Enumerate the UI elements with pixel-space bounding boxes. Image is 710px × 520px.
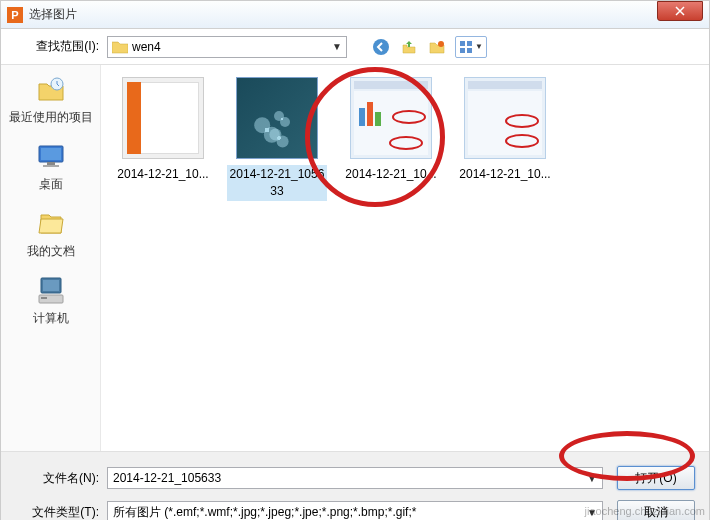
desktop-icon — [33, 140, 69, 172]
sidebar-label: 计算机 — [33, 310, 69, 327]
file-label: 2014-12-21_10... — [343, 165, 438, 184]
svg-rect-14 — [41, 297, 47, 299]
svg-point-1 — [438, 41, 444, 47]
filename-input[interactable]: 2014-12-21_105633 ▼ — [107, 467, 603, 489]
sidebar-label: 最近使用的项目 — [9, 109, 93, 126]
svg-rect-5 — [467, 48, 472, 53]
file-label: 2014-12-21_105633 — [227, 165, 327, 201]
computer-icon — [33, 274, 69, 306]
recent-icon — [33, 73, 69, 105]
filetype-dropdown[interactable]: 所有图片 (*.emf;*.wmf;*.jpg;*.jpeg;*.jpe;*.p… — [107, 501, 603, 520]
filename-value: 2014-12-21_105633 — [113, 471, 221, 485]
sidebar-label: 桌面 — [39, 176, 63, 193]
sidebar-item-recent[interactable]: 最近使用的项目 — [9, 73, 93, 126]
svg-rect-9 — [47, 162, 55, 165]
folder-icon — [112, 40, 128, 54]
thumbnail — [350, 77, 432, 159]
titlebar: P 选择图片 — [1, 1, 709, 29]
sidebar-item-desktop[interactable]: 桌面 — [33, 140, 69, 193]
svg-rect-4 — [460, 48, 465, 53]
folder-dropdown[interactable]: wen4 ▼ — [107, 36, 347, 58]
lookIn-row: 查找范围(I): wen4 ▼ ▼ — [1, 29, 709, 65]
open-button[interactable]: 打开(O) — [617, 466, 695, 490]
thumbnail — [236, 77, 318, 159]
sidebar-label: 我的文档 — [27, 243, 75, 260]
svg-rect-3 — [467, 41, 472, 46]
svg-rect-8 — [41, 148, 61, 160]
file-label: 2014-12-21_10... — [115, 165, 210, 184]
places-sidebar: 最近使用的项目 桌面 我的文档 计算机 — [1, 65, 101, 451]
lookIn-label: 查找范围(I): — [19, 38, 107, 55]
sidebar-item-computer[interactable]: 计算机 — [33, 274, 69, 327]
view-mode-dropdown[interactable]: ▼ — [455, 36, 487, 58]
folder-name: wen4 — [132, 40, 332, 54]
filename-label: 文件名(N): — [19, 470, 107, 487]
back-button[interactable] — [371, 37, 391, 57]
file-item-selected[interactable]: 2014-12-21_105633 — [227, 77, 327, 201]
filetype-label: 文件类型(T): — [19, 504, 107, 521]
grid-view-icon — [459, 40, 473, 54]
caret-down-icon: ▼ — [475, 42, 483, 51]
file-item[interactable]: 2014-12-21_10... — [341, 77, 441, 184]
close-icon — [675, 6, 685, 16]
documents-icon — [33, 207, 69, 239]
file-item[interactable]: 2014-12-21_10... — [113, 77, 213, 184]
main-area: 最近使用的项目 桌面 我的文档 计算机 — [1, 65, 709, 451]
filename-row: 文件名(N): 2014-12-21_105633 ▼ 打开(O) — [19, 466, 695, 490]
close-button[interactable] — [657, 1, 703, 21]
dropdown-caret-icon[interactable]: ▼ — [587, 473, 597, 484]
file-label: 2014-12-21_10... — [457, 165, 552, 184]
thumbnail — [122, 77, 204, 159]
dialog-window: P 选择图片 查找范围(I): wen4 ▼ — [0, 0, 710, 520]
svg-point-0 — [373, 39, 389, 55]
svg-rect-2 — [460, 41, 465, 46]
svg-rect-12 — [43, 280, 59, 291]
sidebar-item-documents[interactable]: 我的文档 — [27, 207, 75, 260]
new-folder-button[interactable] — [427, 37, 447, 57]
watermark: jiaocheng.chazidian.com — [585, 505, 705, 517]
thumbnail — [464, 77, 546, 159]
svg-rect-10 — [43, 165, 59, 167]
window-title: 选择图片 — [29, 6, 657, 23]
file-list[interactable]: 2014-12-21_10... 2014-12-21_105633 — [101, 65, 709, 451]
nav-toolbar: ▼ — [371, 36, 487, 58]
filetype-value: 所有图片 (*.emf;*.wmf;*.jpg;*.jpeg;*.jpe;*.p… — [113, 504, 416, 521]
up-button[interactable] — [399, 37, 419, 57]
dropdown-caret-icon: ▼ — [332, 41, 342, 52]
app-icon: P — [7, 7, 23, 23]
file-item[interactable]: 2014-12-21_10... — [455, 77, 555, 184]
